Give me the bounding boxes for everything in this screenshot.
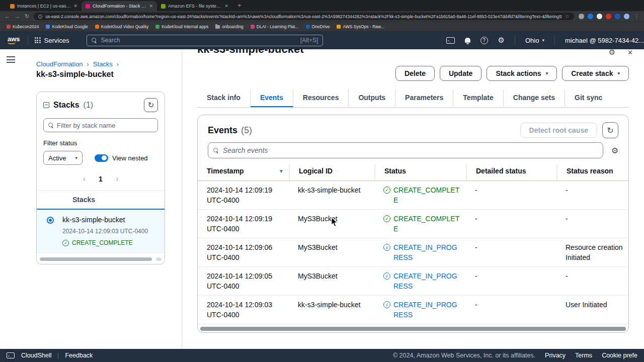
browser-tab-cloudformation[interactable]: CloudFormation - Stack kk-s3-... ✕ [82,1,157,11]
tab-template[interactable]: Template [453,89,503,107]
main-content: kk-s3-simple-bucket ⚙ ✕ Delete Update St… [183,49,644,349]
back-icon[interactable]: ← [5,14,10,19]
collapse-icon[interactable] [43,102,49,108]
tab-stack-info[interactable]: Stack info [197,89,251,107]
column-header-status[interactable]: Status [374,164,466,180]
breadcrumb-cloudformation[interactable]: CloudFormation [36,60,83,68]
bookmark-item[interactable]: AWS SysOps - Raw... [337,24,384,29]
panel-horizontal-scrollbar[interactable] [40,257,162,261]
refresh-events-button[interactable]: ↻ [602,122,618,138]
page-settings-gear-icon[interactable]: ⚙ [609,49,615,57]
bookmark-folder[interactable]: onboarding [215,24,244,29]
next-page-icon[interactable]: › [116,174,118,184]
bookmark-item[interactable]: KodeKloud Internal apps [155,24,208,29]
breadcrumb-stacks[interactable]: Stacks [93,60,113,68]
events-search-box[interactable] [208,142,603,158]
tab-resources[interactable]: Resources [293,89,349,107]
previous-page-icon[interactable]: ‹ [83,174,86,184]
new-tab-button[interactable]: + [237,2,242,9]
tab-events[interactable]: Events [251,89,293,107]
console-search-input[interactable] [101,37,296,44]
browser-tab-efs[interactable]: Amazon EFS - file systems list ✕ [157,1,232,11]
stack-item-details: kk-s3-simple-bucket 2024-10-14 12:09:03 … [62,216,148,246]
extension-icon[interactable] [579,14,584,19]
stack-list-item-selected[interactable]: kk-s3-simple-bucket 2024-10-14 12:09:03 … [37,209,165,253]
column-header-detailed-status[interactable]: Detailed status [466,164,556,180]
stack-item-name[interactable]: kk-s3-simple-bucket [62,216,148,224]
feedback-link[interactable]: Feedback [65,352,93,359]
help-icon[interactable]: ? [480,37,488,44]
tab-close-icon[interactable]: ✕ [224,4,228,9]
bookmark-label: DLAI - Learning Plat... [257,24,299,29]
tab-close-icon[interactable]: ✕ [149,4,153,9]
extension-icon[interactable] [606,14,611,19]
close-panel-icon[interactable]: ✕ [627,49,633,56]
stack-action-buttons: Delete Update Stack actions ▾ Create sta… [395,66,629,81]
cell-status-reason: - [556,181,628,209]
update-button[interactable]: Update [440,66,481,81]
aws-logo[interactable]: aws [8,36,20,44]
forward-icon[interactable]: → [15,14,20,19]
radio-selected-icon[interactable] [47,217,54,224]
address-bar[interactable]: i us-east-2.console.aws.amazon.com/cloud… [34,13,574,20]
tab-outputs[interactable]: Outputs [349,89,395,107]
cloudshell-link[interactable]: CloudShell [21,352,51,359]
efs-favicon-icon [161,4,166,9]
sort-descending-icon[interactable]: ▼ [279,168,284,174]
scrollbar-thumb[interactable] [200,327,626,331]
scrollbar-thumb[interactable] [40,257,152,261]
privacy-link[interactable]: Privacy [545,352,566,359]
bookmark-star-icon[interactable]: ☆ [565,14,570,19]
cloudshell-icon[interactable]: >_ [446,37,455,44]
bookmark-item[interactable]: OneDrive [306,24,330,29]
current-page-number[interactable]: 1 [99,175,103,183]
region-selector[interactable]: Ohio ▾ [525,37,544,44]
tab-change-sets[interactable]: Change sets [504,89,565,107]
notifications-bell-icon[interactable] [465,38,470,43]
services-menu-button[interactable]: Services [28,37,76,44]
console-search-box[interactable]: [Alt+S] [87,35,323,46]
tab-git-sync[interactable]: Git sync [565,89,612,107]
sidebar: CloudFormation › Stacks › kk-s3-simple-b… [0,49,182,349]
extension-icon[interactable] [597,14,602,19]
status-filter-dropdown[interactable]: Active ▾ [43,151,83,165]
stack-actions-button[interactable]: Stack actions ▾ [487,66,557,81]
aws-console-header: aws Services [Alt+S] >_ ? ⚙ Ohio ▾ micha… [0,31,644,49]
browser-tab-ec2[interactable]: Instances | EC2 | us-east-2 ✕ [6,1,82,11]
terms-link[interactable]: Terms [575,352,592,359]
bookmark-item[interactable]: DLAI - Learning Plat... [251,24,299,29]
view-nested-toggle[interactable] [95,154,108,162]
hamburger-menu-icon[interactable] [7,56,15,65]
bookmark-item[interactable]: KodeKloud Google [46,24,88,29]
extension-icon[interactable] [615,14,620,19]
column-label: Logical ID [299,167,333,175]
stack-filter-input[interactable] [57,122,153,129]
tab-parameters[interactable]: Parameters [395,89,453,107]
account-menu[interactable]: michael @ 5982-7434-42... [565,37,644,44]
tab-close-icon[interactable]: ✕ [73,4,77,9]
events-search-input[interactable] [223,146,598,154]
cloudshell-icon[interactable]: >_ [7,352,15,358]
cookie-preferences-link[interactable]: Cookie prefe [602,352,637,359]
site-info-icon[interactable]: i [38,15,42,19]
delete-button[interactable]: Delete [395,66,435,81]
extension-icon[interactable] [588,14,593,19]
detect-root-cause-button[interactable]: Detect root cause [520,123,597,138]
refresh-stacks-button[interactable]: ↻ [144,98,158,112]
column-header-status-reason[interactable]: Status reason [556,164,628,180]
table-preferences-gear-icon[interactable]: ⚙ [611,146,618,155]
stack-item-status-text: CREATE_COMPLETE [72,239,132,246]
bookmark-item[interactable]: Kubecon2024 [7,24,39,29]
profile-avatar[interactable] [624,14,629,19]
create-stack-button[interactable]: Create stack ▾ [562,66,629,81]
column-header-logical-id[interactable]: Logical ID [289,164,374,180]
table-horizontal-scrollbar[interactable] [200,327,626,331]
column-header-timestamp[interactable]: Timestamp ▼ [198,164,289,180]
reload-icon[interactable]: ↻ [25,14,29,19]
bookmark-item[interactable]: KodeKloud Video Quality [95,24,148,29]
events-table-header: Timestamp ▼ Logical ID Status Detailed s… [198,164,628,181]
cell-logical-id: kk-s3-simple-bucket [289,181,374,209]
stack-filter-box[interactable] [43,118,158,132]
browser-menu-icon[interactable]: ⋮ [634,13,639,20]
settings-gear-icon[interactable]: ⚙ [498,36,505,45]
